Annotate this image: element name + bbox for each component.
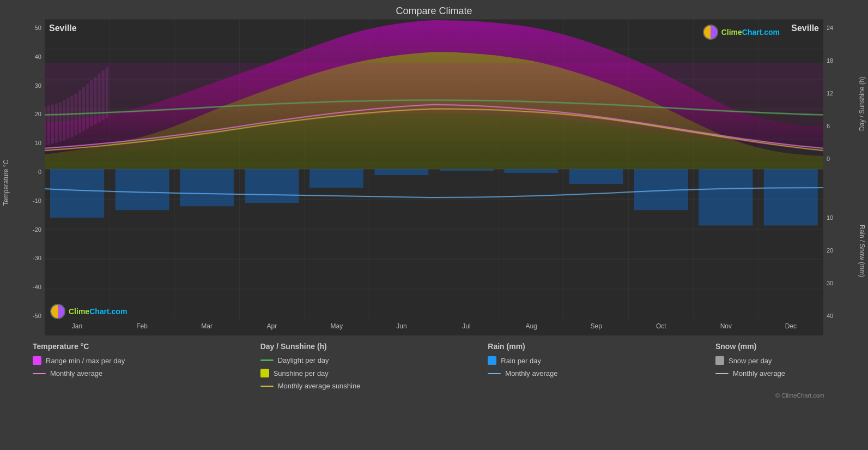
legend-item-temp-range: Range min / max per day	[33, 356, 153, 365]
logo-bottom-left: ClimeChart.com	[50, 304, 127, 319]
legend-item-rain-avg: Monthly average	[488, 369, 608, 377]
right-axis-sunshine-label: Day / Sunshine (h)	[856, 19, 868, 177]
legend-item-daylight: Daylight per day	[260, 356, 380, 364]
legend-title-temperature: Temperature °C	[33, 342, 153, 351]
svg-rect-27	[374, 169, 428, 175]
legend-line-rain-avg	[488, 373, 501, 374]
legend-swatch-temp-range	[33, 356, 41, 365]
legend-area: Temperature °C Range min / max per day M…	[0, 335, 868, 390]
city-label-left: Seville	[49, 23, 77, 33]
chart-wrapper: Seville Seville ClimeChart.com ClimeChar…	[45, 19, 823, 335]
svg-rect-33	[764, 169, 818, 225]
svg-rect-22	[50, 169, 104, 218]
logo-text-bottom: ClimeChart.com	[69, 307, 127, 316]
legend-group-temperature: Temperature °C Range min / max per day M…	[33, 342, 153, 390]
svg-rect-26	[309, 169, 363, 188]
legend-item-snow-day: Snow per day	[715, 356, 835, 365]
left-axis-label: Temperature °C	[0, 19, 12, 335]
legend-swatch-snow	[715, 356, 724, 365]
legend-title-snow: Snow (mm)	[715, 342, 835, 351]
legend-line-daylight	[260, 359, 274, 361]
legend-item-snow-avg: Monthly average	[715, 369, 835, 377]
svg-rect-29	[504, 169, 558, 173]
page-title: Compare Climate	[0, 0, 868, 19]
svg-rect-24	[180, 169, 234, 206]
right-axis-sunshine: 24 18 12 6 0 10 20 30 40	[823, 19, 856, 335]
x-axis-labels: Jan Feb Mar Apr May Jun Jul Aug Sep Oct …	[45, 319, 823, 335]
main-chart-svg	[45, 19, 823, 319]
legend-group-snow: Snow (mm) Snow per day Monthly average	[715, 342, 835, 390]
legend-group-sunshine: Day / Sunshine (h) Daylight per day Suns…	[260, 342, 380, 390]
svg-rect-30	[569, 169, 623, 184]
chart-area: Seville Seville ClimeChart.com ClimeChar…	[45, 19, 823, 335]
legend-line-snow-avg	[715, 373, 729, 374]
svg-rect-35	[45, 63, 823, 161]
legend-item-sunshine-avg: Monthly average sunshine	[260, 382, 380, 390]
logo-top-right: ClimeChart.com	[703, 25, 780, 40]
logo-text-top: ClimeChart.com	[721, 28, 780, 37]
logo-icon-bottom	[50, 304, 65, 319]
svg-rect-23	[116, 169, 169, 210]
left-axis: 50 40 30 20 10 0 -10 -20 -30 -40 -50	[12, 19, 45, 335]
copyright: © ClimeChart.com	[0, 390, 868, 401]
legend-item-sunshine-day: Sunshine per day	[260, 369, 380, 377]
legend-group-rain: Rain (mm) Rain per day Monthly average	[488, 342, 608, 390]
legend-item-rain-day: Rain per day	[488, 356, 608, 365]
city-label-right: Seville	[791, 23, 819, 33]
legend-item-temp-avg: Monthly average	[33, 369, 153, 377]
legend-title-sunshine: Day / Sunshine (h)	[260, 342, 380, 351]
legend-title-rain: Rain (mm)	[488, 342, 608, 351]
legend-line-temp-avg	[33, 373, 46, 374]
legend-swatch-sunshine	[260, 369, 269, 377]
svg-rect-28	[440, 169, 494, 171]
svg-rect-32	[699, 169, 752, 225]
right-axis-rain-label: Rain / Snow (mm)	[856, 177, 868, 335]
svg-rect-25	[245, 169, 299, 203]
legend-swatch-rain	[488, 356, 496, 365]
legend-line-sunshine-avg	[260, 386, 274, 387]
logo-icon-top	[703, 25, 718, 40]
